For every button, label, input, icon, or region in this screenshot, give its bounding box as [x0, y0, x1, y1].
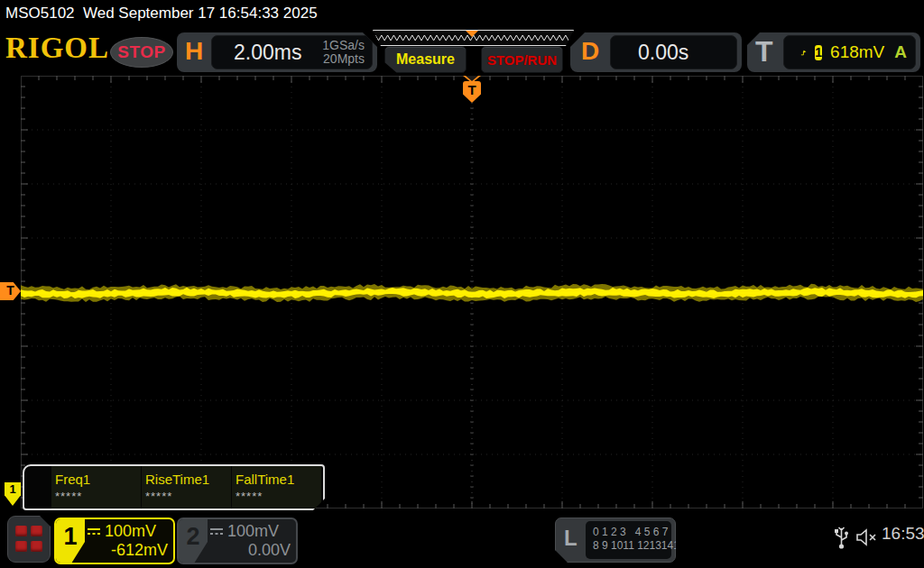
h-label: H	[185, 37, 203, 66]
sample-rate: 1GSa/s	[322, 38, 365, 52]
top-status-bar: MSO5102 Wed September 17 16:54:33 2025	[0, 0, 924, 27]
ch1-waveform-trace	[21, 76, 923, 509]
clock: 16:53	[882, 524, 924, 544]
delay-pill: 0.00s	[610, 35, 737, 69]
stop-run-label: STOP/RUN	[487, 52, 557, 68]
delay-value: 0.00s	[638, 41, 688, 65]
logic-label: L	[564, 526, 578, 551]
trigger-level-value: 618mV	[830, 42, 884, 62]
stop-run-button[interactable]: STOP/RUN	[481, 46, 563, 73]
trigger-sweep-mode: A	[894, 42, 907, 62]
grid-menu-icon	[15, 526, 27, 536]
channel-2-block[interactable]: 2 100mV 0.00V	[177, 518, 298, 564]
model-and-datetime: MSO5102 Wed September 17 16:54:33 2025	[5, 5, 318, 23]
measurement-label: Freq1	[55, 472, 141, 487]
run-state-badge: STOP	[110, 37, 173, 68]
delay-settings-block[interactable]: D 0.00s	[570, 32, 742, 72]
channel-1-block[interactable]: 1 100mV -612mV	[54, 518, 175, 564]
bottom-status-bar: 1 100mV -612mV 2	[0, 512, 924, 568]
grid-menu-button[interactable]	[7, 516, 51, 563]
t-label: T	[755, 35, 773, 69]
usb-icon	[834, 525, 849, 550]
measurement-value: *****	[55, 490, 141, 503]
measurement-freq1[interactable]: Freq1 *****	[51, 466, 141, 508]
channel-1-offset: -612mV	[87, 541, 168, 560]
oscilloscope-screen: MSO5102 Wed September 17 16:54:33 2025 R…	[0, 0, 924, 568]
acquisition-info: 1GSa/s 20Mpts	[322, 39, 365, 66]
run-state-label: STOP	[117, 42, 165, 62]
rising-edge-icon	[800, 45, 807, 60]
trigger-source-badge: 1	[815, 45, 822, 60]
measurement-value: *****	[145, 490, 231, 503]
measurement-value: *****	[236, 490, 321, 503]
logic-channels-block[interactable]: L 0 1 2 3 4 5 6 7 8 9 1011 12131415	[555, 518, 676, 563]
horizontal-settings-block[interactable]: H 2.00ms 1GSa/s 20Mpts	[177, 32, 377, 72]
channel-2-offset: 0.00V	[209, 541, 291, 560]
dc-coupling-icon	[209, 527, 224, 536]
graticule-area: T T 1 Freq1 ***** RiseTime1 ***** FallTi…	[0, 74, 924, 512]
trigger-pill: 1 618mV A	[783, 35, 916, 69]
rigol-logo: RIGOL	[5, 32, 109, 65]
trigger-position-flag-icon: T	[463, 81, 481, 103]
channel-1-scale: 100mV	[105, 522, 156, 541]
preview-trigger-position-icon	[466, 31, 478, 37]
measurement-risetime1[interactable]: RiseTime1 *****	[142, 466, 231, 508]
dc-coupling-icon	[87, 527, 101, 536]
measurement-label: RiseTime1	[145, 472, 231, 487]
measurement-panel[interactable]: Freq1 ***** RiseTime1 ***** FallTime1 **…	[23, 464, 325, 510]
channel-1-number: 1	[56, 519, 85, 563]
channel-2-number: 2	[179, 519, 208, 563]
timebase-value: 2.00ms	[234, 41, 322, 65]
channel1-offset-marker[interactable]: 1	[5, 482, 21, 506]
header-bar: RIGOL STOP H 2.00ms 1GSa/s 20Mpts Measur…	[0, 27, 924, 74]
channel-2-scale: 100mV	[227, 522, 279, 541]
trigger-position-marker[interactable]: T	[460, 76, 484, 105]
speaker-muted-icon	[855, 527, 879, 547]
measure-label: Measure	[396, 51, 455, 68]
horizontal-pill: 2.00ms 1GSa/s 20Mpts	[211, 35, 373, 69]
logic-channel-numbers: 0 1 2 3 4 5 6 7 8 9 1011 12131415	[586, 521, 671, 559]
memory-depth: 20Mpts	[323, 51, 365, 66]
d-label: D	[581, 37, 599, 66]
trigger-level-marker[interactable]: T	[0, 282, 21, 300]
measurement-falltime1[interactable]: FallTime1 *****	[232, 466, 321, 508]
measure-button[interactable]: Measure	[384, 46, 467, 73]
measurement-label: FallTime1	[236, 472, 321, 487]
trigger-settings-block[interactable]: T 1 618mV A	[747, 32, 920, 72]
